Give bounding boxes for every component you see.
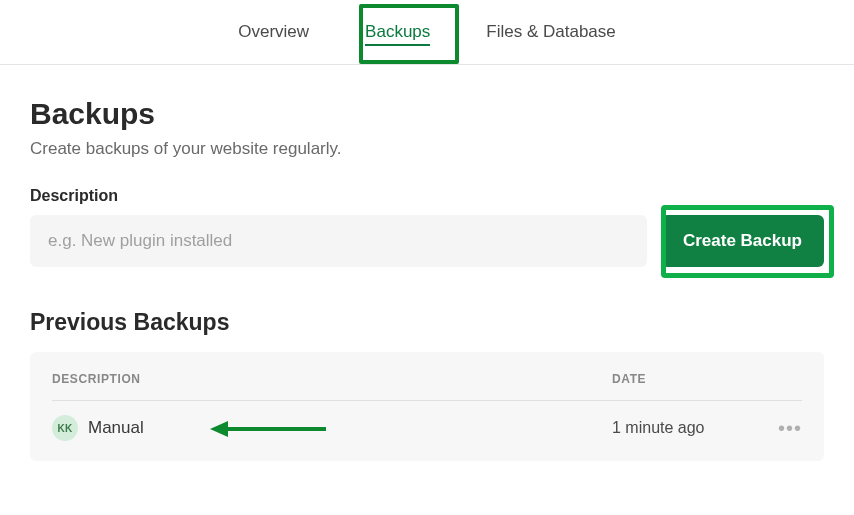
previous-backups-title: Previous Backups (30, 309, 824, 336)
description-label: Description (30, 187, 824, 205)
tab-backups[interactable]: Backups (357, 0, 438, 64)
table-row: KK Manual 1 minute ago ••• (52, 401, 802, 441)
more-icon: ••• (778, 417, 802, 439)
previous-backups-card: DESCRIPTION DATE KK Manual 1 minute ago … (30, 352, 824, 461)
create-backup-button[interactable]: Create Backup (661, 215, 824, 267)
avatar: KK (52, 415, 78, 441)
page-subtitle: Create backups of your website regularly… (30, 139, 824, 159)
create-backup-row: Create Backup (30, 215, 824, 267)
description-input[interactable] (30, 215, 647, 267)
column-header-description: DESCRIPTION (52, 372, 612, 386)
main-content: Backups Create backups of your website r… (0, 65, 854, 481)
tabs-nav: Overview Backups Files & Database (0, 0, 854, 65)
row-description-text: Manual (88, 418, 144, 438)
tab-label: Backups (365, 22, 430, 41)
active-tab-indicator (365, 44, 430, 46)
row-date-cell: 1 minute ago (612, 419, 762, 437)
tab-files-database[interactable]: Files & Database (478, 0, 623, 64)
page-title: Backups (30, 97, 824, 131)
column-header-date: DATE (612, 372, 802, 386)
tab-overview[interactable]: Overview (230, 0, 317, 64)
backup-table-header: DESCRIPTION DATE (52, 372, 802, 401)
row-description-cell: KK Manual (52, 415, 612, 441)
row-actions-button[interactable]: ••• (762, 417, 802, 440)
